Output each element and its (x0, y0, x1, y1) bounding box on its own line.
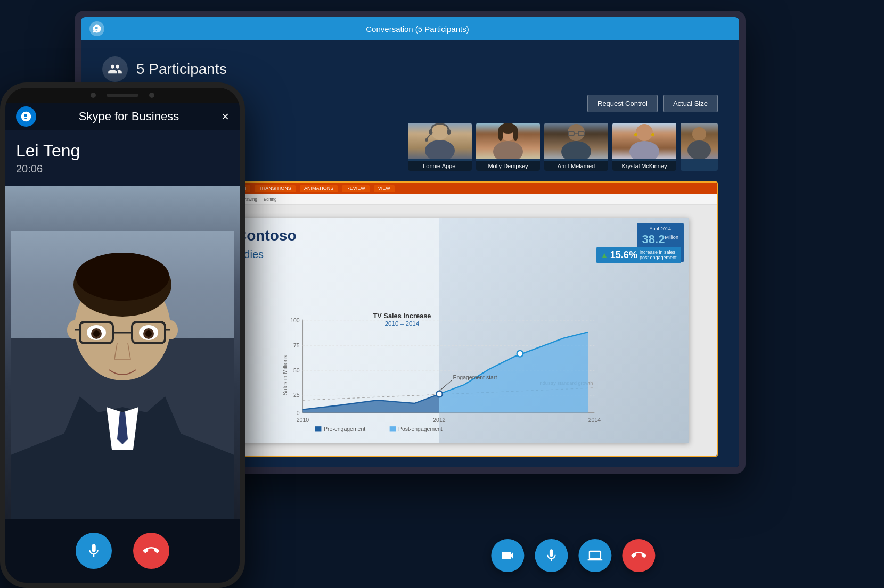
participants-count: 5 Participants (136, 61, 227, 78)
legend-post: Post-engagement (398, 427, 443, 433)
earpiece-speaker (107, 94, 138, 97)
ppt-topbar: HOME INSERT DESIGN TRANSITIONS ANIMATION… (162, 183, 717, 194)
front-camera (91, 93, 96, 98)
fifth-photo (681, 123, 718, 159)
screen-share-button[interactable] (578, 539, 611, 572)
close-button[interactable]: × (222, 109, 229, 124)
phone-controls (5, 519, 240, 583)
chart-years: 2010 – 2014 (385, 320, 420, 327)
participants-header: 5 Participants (102, 56, 718, 82)
svg-point-1 (425, 140, 455, 159)
lonnie-photo (408, 123, 472, 159)
video-toggle-button[interactable] (491, 539, 524, 572)
x-label-2014: 2014 (588, 417, 601, 423)
stat2-label: increase in sales post engagement (640, 250, 677, 261)
legend-pre: Pre-engagement (324, 427, 365, 433)
caller-info: Lei Teng 20:06 (5, 130, 240, 186)
svg-point-4 (425, 138, 428, 142)
skype-app-icon (16, 106, 36, 127)
svg-text:25: 25 (293, 393, 300, 399)
svg-text:100: 100 (290, 318, 300, 324)
call-duration: 20:06 (16, 163, 229, 175)
amit-photo (544, 123, 608, 159)
svg-point-40 (517, 351, 523, 357)
tablet-topbar: Conversation (5 Participants) (81, 17, 739, 40)
svg-point-60 (93, 330, 100, 337)
lonnie-name: Lonnie Appel (408, 161, 472, 171)
arrow-up-icon: ▲ (601, 251, 608, 259)
skype-logo-icon (89, 21, 104, 36)
ppt-tab-review[interactable]: REVIEW (342, 185, 370, 192)
svg-point-19 (692, 127, 706, 141)
conversation-title: Conversation (5 Participants) (104, 24, 731, 34)
main-slide: Why Contoso Case Studies April 2014 38.2… (190, 218, 689, 443)
stat1-value: 38.2 (642, 233, 665, 246)
svg-text:0: 0 (297, 410, 300, 416)
participant-lonnie[interactable]: Lonnie Appel (408, 123, 472, 171)
participants-icon (102, 56, 128, 82)
phone-app-title: Skype for Business (36, 110, 222, 123)
participant-molly[interactable]: Molly Dempsey (476, 123, 540, 171)
svg-line-38 (439, 380, 452, 391)
molly-name: Molly Dempsey (476, 161, 540, 171)
molly-photo (476, 123, 540, 159)
stat1-unit: Million (665, 235, 678, 240)
amit-name: Amit Melamed (544, 161, 608, 171)
svg-text:50: 50 (293, 368, 300, 374)
krystal-name: Krystal McKinney (612, 161, 676, 171)
svg-point-11 (561, 141, 591, 159)
svg-rect-3 (447, 129, 451, 135)
phone-device: Skype for Business × Lei Teng 20:06 (0, 82, 245, 588)
caller-video-bg (5, 186, 240, 519)
svg-point-18 (651, 133, 654, 136)
svg-text:Engagement start: Engagement start (453, 375, 497, 380)
svg-rect-43 (390, 426, 396, 431)
svg-point-48 (76, 253, 169, 301)
bottom-controls (491, 539, 655, 572)
svg-point-6 (493, 141, 523, 159)
sensor (149, 93, 154, 98)
participant-fifth[interactable] (681, 123, 718, 171)
chart-area: Sales in Millions 100 75 50 (198, 313, 681, 437)
ppt-ribbon: Paste Slides Font Paragraph Drawing Edit… (162, 194, 717, 205)
svg-point-37 (436, 391, 443, 397)
mic-toggle-button[interactable] (535, 539, 568, 572)
svg-point-10 (568, 124, 585, 141)
svg-rect-42 (315, 426, 322, 431)
participant-amit[interactable]: Amit Melamed (544, 123, 608, 171)
stat2-value: 15.6% (610, 250, 637, 261)
ribbon-editing[interactable]: Editing (264, 197, 276, 202)
ppt-tab-transitions[interactable]: TRANSITIONS (255, 185, 296, 192)
svg-point-17 (634, 133, 637, 136)
end-call-button[interactable] (133, 533, 169, 569)
svg-text:2012: 2012 (433, 417, 445, 423)
caller-name: Lei Teng (16, 141, 229, 161)
end-call-button-bottom[interactable] (622, 539, 655, 572)
phone-screen: Skype for Business × Lei Teng 20:06 (5, 103, 240, 583)
ppt-slide-area: Why Contoso Case Studies April 2014 38.2… (162, 205, 717, 456)
svg-point-8 (498, 126, 503, 141)
phone-notch (5, 88, 240, 103)
x-label-2010: 2010 (297, 417, 309, 423)
svg-point-9 (513, 126, 518, 141)
svg-point-15 (636, 124, 653, 141)
actual-size-button[interactable]: Actual Size (663, 95, 718, 112)
stat1-label: April 2014 (642, 226, 678, 231)
mute-button[interactable] (76, 533, 112, 569)
svg-text:75: 75 (293, 343, 300, 349)
svg-point-20 (687, 140, 711, 159)
svg-point-16 (629, 141, 659, 159)
krystal-photo (612, 123, 676, 159)
caller-video-person (11, 231, 234, 519)
participant-krystal[interactable]: Krystal McKinney (612, 123, 676, 171)
phone-video-area (5, 186, 240, 519)
ppt-main: HOME INSERT DESIGN TRANSITIONS ANIMATION… (162, 183, 717, 456)
y-axis-label: Sales in Millions (282, 355, 288, 395)
ppt-tab-view[interactable]: VIEW (374, 185, 395, 192)
svg-point-61 (145, 330, 152, 337)
stat-box-pct: ▲ 15.6% increase in sales post engagemen… (596, 247, 681, 264)
phone-topbar: Skype for Business × (5, 103, 240, 130)
chart-title: TV Sales Increase (373, 313, 431, 320)
request-control-button[interactable]: Request Control (587, 95, 658, 112)
ppt-tab-animations[interactable]: ANIMATIONS (300, 185, 338, 192)
